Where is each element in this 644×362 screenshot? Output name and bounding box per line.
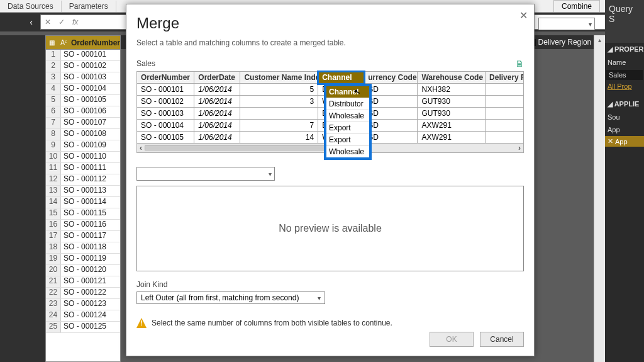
- scroll-right-icon[interactable]: ›: [518, 144, 521, 152]
- table-row[interactable]: 11SO - 000111: [46, 163, 120, 174]
- row-number: 3: [46, 72, 61, 83]
- table-row[interactable]: 23SO - 000123: [46, 299, 120, 310]
- formula-cancel-icon[interactable]: ✕: [41, 18, 55, 26]
- cell: [486, 108, 524, 120]
- table-row[interactable]: 24SO - 000124: [46, 310, 120, 322]
- col-channel-selected[interactable]: Channel: [318, 72, 364, 84]
- cell-ordernumber: SO - 000116: [61, 220, 106, 230]
- channel-header[interactable]: Channel ↖: [326, 86, 369, 98]
- delivery-region-label: Delivery Region: [538, 38, 592, 47]
- table-row[interactable]: 6SO - 000106: [46, 106, 120, 118]
- cell: SD: [364, 96, 418, 108]
- cell-ordernumber: SO - 000121: [61, 276, 106, 287]
- table-row[interactable]: 18SO - 000118: [46, 242, 120, 254]
- close-icon[interactable]: ✕: [519, 9, 528, 21]
- col-currency-code[interactable]: urrency Code: [364, 72, 418, 84]
- applied-step-2[interactable]: App: [605, 123, 644, 136]
- name-label: Name: [605, 56, 644, 69]
- cell-ordernumber: SO - 000101: [61, 50, 106, 60]
- cell-ordernumber: SO - 000108: [61, 129, 106, 140]
- cell: SO - 000104: [137, 120, 194, 132]
- col-warehouse-code[interactable]: Warehouse Code: [418, 72, 486, 84]
- table-row[interactable]: 14SO - 000114: [46, 197, 120, 208]
- merge-dialog: ✕ Merge Select a table and matching colu…: [126, 4, 535, 356]
- table-row[interactable]: 5SO - 000105: [46, 95, 120, 106]
- ribbon-tab-parameters[interactable]: Parameters: [62, 1, 116, 12]
- cell-ordernumber: SO - 000103: [61, 72, 106, 83]
- secondary-table-dropdown[interactable]: ▾: [136, 167, 275, 181]
- row-number: 7: [46, 118, 61, 128]
- table-row[interactable]: 2SO - 000102: [46, 61, 120, 72]
- cell: 5: [240, 84, 318, 96]
- cell: 1/06/2014: [194, 132, 240, 144]
- row-number: 13: [46, 186, 61, 196]
- warning-icon: !: [136, 318, 147, 328]
- all-properties-link[interactable]: All Prop: [605, 81, 644, 91]
- cancel-button[interactable]: Cancel: [480, 332, 524, 347]
- query-name-input[interactable]: Sales: [606, 70, 643, 80]
- table-row[interactable]: 3SO - 000103: [46, 72, 120, 84]
- table-row[interactable]: 20SO - 000120: [46, 265, 120, 276]
- row-number: 1: [46, 50, 61, 60]
- row-number: 8: [46, 129, 61, 140]
- table-row[interactable]: 22SO - 000122: [46, 288, 120, 299]
- table-row[interactable]: 7SO - 000107: [46, 118, 120, 129]
- cell: [486, 120, 524, 132]
- cell-ordernumber: SO - 000115: [61, 208, 106, 219]
- join-kind-dropdown[interactable]: Left Outer (all from first, matching fro…: [136, 291, 325, 304]
- table-row[interactable]: 13SO - 000113: [46, 186, 120, 197]
- applied-step-1[interactable]: Sou: [605, 111, 644, 123]
- table-row[interactable]: 1SO - 000101: [46, 50, 120, 61]
- chevron-down-icon: ▾: [269, 171, 272, 178]
- formula-commit-icon[interactable]: ✓: [55, 18, 69, 26]
- query-settings-title: Query S: [605, 0, 644, 43]
- table-row[interactable]: 15SO - 000115: [46, 208, 120, 220]
- chevron-down-icon: ▾: [318, 295, 321, 302]
- view-dropdown[interactable]: ▾: [538, 18, 595, 30]
- table-row[interactable]: 21SO - 000121: [46, 276, 120, 288]
- applied-steps-section[interactable]: ◢ APPLIE: [605, 98, 644, 111]
- vertical-scrollbar[interactable]: ▴: [594, 35, 605, 362]
- scroll-up-icon[interactable]: ▴: [598, 35, 601, 45]
- cell-ordernumber: SO - 000109: [61, 140, 106, 151]
- table-row[interactable]: 8SO - 000108: [46, 129, 120, 140]
- cell: 3: [240, 96, 318, 108]
- col-ordernumber[interactable]: OrderNumber: [137, 72, 194, 84]
- cell: SO - 000103: [137, 108, 194, 120]
- properties-section[interactable]: ◢ PROPER: [605, 43, 644, 56]
- ok-button[interactable]: OK: [430, 332, 474, 347]
- table-row[interactable]: 9SO - 000109: [46, 140, 120, 152]
- cell-ordernumber: SO - 000110: [61, 152, 106, 162]
- dialog-subtitle: Select a table and matching columns to c…: [136, 38, 524, 47]
- table-row[interactable]: 10SO - 000110: [46, 152, 120, 163]
- column-type-icon: Aᶜ: [59, 37, 69, 48]
- ribbon-tab-data-sources[interactable]: Data Sources: [0, 1, 62, 12]
- table-row[interactable]: 4SO - 000104: [46, 84, 120, 95]
- table-preview-icon[interactable]: 🗎: [515, 59, 524, 69]
- column-header-ordernumber[interactable]: OrderNumber: [70, 38, 120, 47]
- cell-ordernumber: SO - 000105: [61, 95, 106, 106]
- queries-pane-collapsed[interactable]: [0, 35, 45, 362]
- col-delivery-region[interactable]: Delivery R: [486, 72, 524, 84]
- cell-ordernumber: SO - 000107: [61, 118, 106, 128]
- channel-value: Export: [326, 122, 369, 133]
- applied-step-3-selected[interactable]: ✕App: [605, 136, 644, 147]
- scroll-left-icon[interactable]: ‹: [140, 144, 142, 152]
- table-row[interactable]: 17SO - 000117: [46, 231, 120, 242]
- fx-icon[interactable]: fx: [69, 18, 82, 26]
- scrollbar-thumb[interactable]: [145, 145, 340, 150]
- primary-table-label: Sales: [136, 59, 155, 68]
- cell: SO - 000105: [137, 132, 194, 144]
- table-row[interactable]: 16SO - 000116: [46, 220, 120, 231]
- col-customer-name-index[interactable]: Customer Name Index: [240, 72, 318, 84]
- collapse-nav-icon[interactable]: ‹: [0, 17, 38, 27]
- ribbon-tab-combine[interactable]: Combine: [553, 0, 600, 13]
- delete-step-icon[interactable]: ✕: [608, 137, 613, 145]
- table-row[interactable]: 12SO - 000112: [46, 174, 120, 186]
- table-row[interactable]: 25SO - 000125: [46, 322, 120, 333]
- cell: 14: [240, 132, 318, 144]
- cell: 1/06/2014: [194, 96, 240, 108]
- table-row[interactable]: 19SO - 000119: [46, 254, 120, 265]
- row-number: 10: [46, 152, 61, 162]
- col-orderdate[interactable]: OrderDate: [194, 72, 240, 84]
